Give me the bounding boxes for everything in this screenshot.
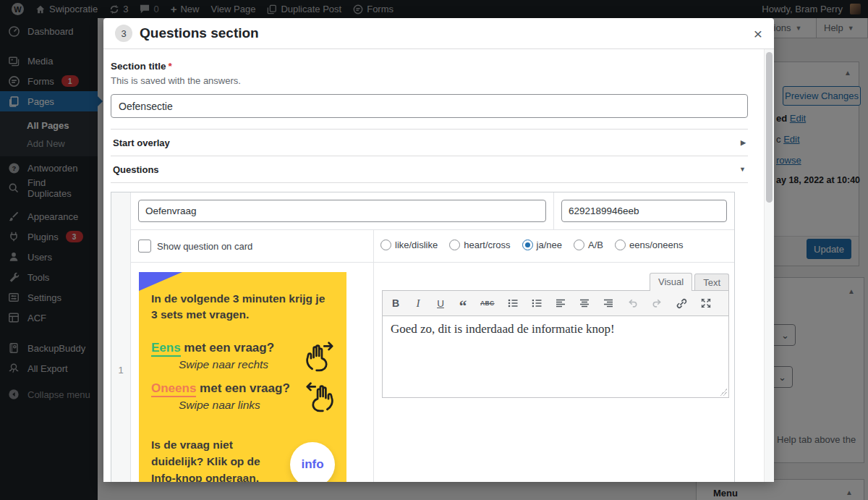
collapsed-arrow-icon: ▶	[741, 139, 746, 146]
blockquote-button[interactable]: “	[458, 303, 468, 309]
modal-header: 3 Questions section ×	[103, 18, 774, 49]
align-left-button[interactable]	[555, 297, 566, 309]
swipe-right-hand-icon	[303, 339, 336, 376]
swipe-left-hand-icon	[303, 380, 336, 416]
radio-icon	[574, 240, 584, 250]
expanded-arrow-icon: ▼	[739, 166, 746, 173]
modal-body: Section title* This is saved with the an…	[103, 49, 774, 482]
editor-content[interactable]: Goed zo, dit is inderdaad de informatie …	[382, 316, 729, 398]
editor-tabs: Visual Text	[382, 271, 729, 290]
answer-type-a-b[interactable]: A/B	[574, 240, 603, 250]
questions-section-modal: 3 Questions section × Section title* Thi…	[103, 18, 774, 482]
accordion-questions[interactable]: Questions ▼	[111, 156, 748, 183]
question-title-row	[131, 192, 734, 230]
answer-type-heart-cross[interactable]: heart/cross	[449, 240, 510, 250]
info-button: info	[290, 442, 335, 482]
section-title-help: This is saved with the answers.	[111, 75, 748, 86]
section-title-label: Section title*	[111, 61, 748, 72]
bold-button[interactable]: B	[391, 297, 401, 309]
resize-handle[interactable]	[720, 389, 727, 396]
section-title-input[interactable]	[111, 94, 748, 118]
questions-table: 1 Show question	[111, 192, 735, 482]
radio-icon	[522, 240, 533, 250]
question-content-row: In de volgende 3 minuten krijg je 3 sets…	[131, 263, 734, 482]
intro-card-preview: In de volgende 3 minuten krijg je 3 sets…	[139, 272, 346, 482]
numbered-list-button[interactable]	[531, 297, 542, 309]
modal-scrollbar[interactable]	[764, 49, 774, 482]
tab-visual[interactable]: Visual	[650, 273, 692, 291]
section-number-badge: 3	[115, 25, 132, 42]
answer-type-radios: like/dislike heart/cross ja/nee	[374, 230, 734, 260]
link-button[interactable]	[676, 297, 688, 310]
card-corner-decoration	[139, 272, 182, 291]
card-eens-group: Eens met een vraag? Swipe naar rechts	[151, 341, 336, 371]
editor-toolbar: B I U “ ABC	[382, 290, 729, 316]
show-question-option[interactable]: Show question on card	[131, 230, 373, 262]
card-info-group: Is de vraag niet duidelijk? Klik op de I…	[151, 436, 336, 482]
card-intro-text: In de volgende 3 minuten krijg je 3 sets…	[151, 291, 327, 323]
question-id-input[interactable]	[561, 200, 727, 222]
modal-title: Questions section	[140, 25, 259, 41]
screen: W Swipocratie 3 0 + New View Page	[0, 0, 868, 500]
question-number: 1	[111, 192, 131, 482]
required-mark: *	[169, 61, 172, 72]
align-center-button[interactable]	[579, 297, 590, 309]
card-info-text: Is de vraag niet duidelijk? Klik op de I…	[151, 436, 280, 482]
accordion-group: Start overlay ▶ Questions ▼	[111, 129, 748, 183]
close-icon[interactable]: ×	[754, 26, 762, 41]
strikethrough-button[interactable]: ABC	[480, 300, 495, 307]
bullet-list-button[interactable]	[507, 297, 519, 309]
align-right-button[interactable]	[603, 297, 614, 309]
question-row: Show question on card like/dislike	[131, 192, 734, 482]
redo-button[interactable]	[651, 297, 663, 309]
card-oneens-group: Oneens met een vraag? Swipe naar links	[151, 381, 336, 412]
oneens-word: Oneens	[151, 381, 196, 397]
question-options-row: Show question on card like/dislike	[131, 230, 734, 263]
question-title-input[interactable]	[138, 200, 546, 222]
underline-button[interactable]: U	[435, 298, 446, 309]
eens-word: Eens	[151, 341, 181, 357]
show-question-checkbox[interactable]	[138, 240, 151, 253]
answer-type-ja-nee[interactable]: ja/nee	[522, 240, 562, 250]
show-question-label: Show question on card	[157, 241, 252, 252]
radio-icon	[380, 240, 391, 250]
scrollbar-thumb[interactable]	[766, 52, 773, 203]
radio-icon	[449, 240, 460, 250]
italic-button[interactable]: I	[413, 297, 423, 310]
accordion-start-overlay[interactable]: Start overlay ▶	[111, 129, 748, 156]
radio-icon	[615, 240, 626, 250]
tab-text[interactable]: Text	[694, 274, 729, 290]
answer-type-like-dislike[interactable]: like/dislike	[380, 240, 438, 250]
fullscreen-button[interactable]	[700, 297, 712, 309]
undo-button[interactable]	[626, 297, 639, 309]
answer-editor: Visual Text B I U “ ABC	[382, 271, 729, 398]
answer-type-eens-oneens[interactable]: eens/oneens	[615, 240, 683, 250]
